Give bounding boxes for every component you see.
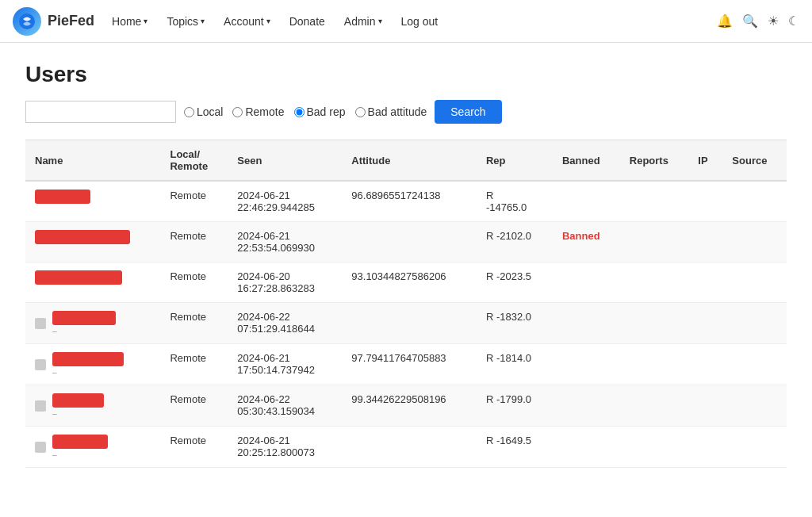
- search-input[interactable]: [25, 101, 176, 123]
- cell-ip: [688, 344, 722, 385]
- nav-icons: 🔔 🔍 ☀ ☾: [717, 13, 799, 29]
- search-icon[interactable]: 🔍: [742, 13, 758, 29]
- cell-rep: R -2102.0: [477, 222, 553, 262]
- cell-ip: [688, 181, 722, 222]
- cell-ip: [688, 222, 722, 262]
- table-row[interactable]: Remote2024-06-20 16:27:28.86328393.10344…: [25, 262, 787, 303]
- cell-local-remote: Remote: [160, 427, 228, 468]
- col-source: Source: [722, 140, 787, 182]
- redacted-name: [35, 190, 90, 204]
- cell-local-remote: Remote: [160, 303, 228, 344]
- nav-topics[interactable]: Topics ▾: [159, 10, 213, 33]
- redacted-name: [35, 270, 122, 285]
- cell-name: [25, 262, 160, 303]
- table-row[interactable]: –Remote2024-06-21 20:25:12.800073R -1649…: [25, 427, 787, 468]
- cell-ip: [688, 427, 722, 468]
- redacted-name: [52, 393, 104, 408]
- cell-attitude: 93.10344827586206: [342, 262, 477, 303]
- cell-name: [25, 181, 160, 222]
- cell-rep: R -14765.0: [477, 181, 553, 222]
- search-bar: Local Remote Bad rep Bad attitude Search: [25, 100, 787, 124]
- cell-name: –: [25, 344, 160, 385]
- brand-icon: [13, 7, 41, 36]
- main-content: Users Local Remote Bad rep Bad attitude …: [0, 43, 812, 487]
- cell-source: [722, 303, 787, 344]
- nav-admin[interactable]: Admin ▾: [336, 10, 390, 33]
- cell-reports: [620, 262, 689, 303]
- filter-radio-group: Local Remote Bad rep Bad attitude: [184, 105, 427, 118]
- cell-seen: 2024-06-21 17:50:14.737942: [228, 344, 342, 385]
- search-button[interactable]: Search: [435, 100, 501, 124]
- cell-seen: 2024-06-21 20:25:12.800073: [228, 427, 342, 468]
- filter-bad-rep[interactable]: Bad rep: [294, 105, 346, 118]
- nav-donate[interactable]: Donate: [282, 10, 333, 33]
- cell-reports: [620, 222, 689, 262]
- cell-name: –: [25, 385, 160, 427]
- table-body: Remote2024-06-21 22:46:29.94428596.68965…: [25, 181, 787, 468]
- chevron-down-icon: ▾: [378, 17, 382, 25]
- col-seen: Seen: [228, 140, 342, 182]
- nav-account[interactable]: Account ▾: [216, 10, 278, 33]
- redacted-name: [52, 435, 108, 449]
- nav-home[interactable]: Home ▾: [104, 10, 155, 33]
- users-table: Name Local/Remote Seen Attitude Rep Bann…: [25, 140, 787, 468]
- table-row[interactable]: –Remote2024-06-22 07:51:29.418644R -1832…: [25, 303, 787, 344]
- user-subdomain: –: [52, 450, 108, 459]
- user-subdomain: –: [52, 409, 104, 418]
- nav-logout[interactable]: Log out: [393, 10, 446, 33]
- brand-name: PieFed: [48, 13, 94, 29]
- cell-reports: [620, 181, 689, 222]
- cell-attitude: 96.6896551724138: [342, 181, 477, 222]
- cell-seen: 2024-06-21 22:53:54.069930: [228, 222, 342, 262]
- cell-source: [722, 344, 787, 385]
- cell-rep: R -1649.5: [477, 427, 553, 468]
- cell-local-remote: Remote: [160, 222, 228, 262]
- cell-source: [722, 222, 787, 262]
- moon-icon[interactable]: ☾: [788, 13, 799, 29]
- svg-point-0: [19, 13, 35, 29]
- cell-rep: R -1814.0: [477, 344, 553, 385]
- cell-local-remote: Remote: [160, 181, 228, 222]
- cell-ip: [688, 385, 722, 427]
- cell-banned: [553, 181, 620, 222]
- cell-attitude: 99.34426229508196: [342, 385, 477, 427]
- col-rep: Rep: [477, 140, 553, 182]
- filter-bad-attitude[interactable]: Bad attitude: [355, 105, 427, 118]
- col-ip: IP: [688, 140, 722, 182]
- cell-name: –: [25, 303, 160, 344]
- avatar: [35, 400, 46, 412]
- nav-links: Home ▾ Topics ▾ Account ▾ Donate Admin ▾…: [104, 10, 717, 33]
- cell-source: [722, 427, 787, 468]
- avatar: [35, 442, 46, 453]
- cell-reports: [620, 385, 689, 427]
- cell-attitude: [342, 427, 477, 468]
- col-reports: Reports: [620, 140, 689, 182]
- cell-banned: [553, 385, 620, 427]
- chevron-down-icon: ▾: [266, 17, 270, 25]
- chevron-down-icon: ▾: [201, 17, 205, 25]
- cell-reports: [620, 344, 689, 385]
- filter-local[interactable]: Local: [184, 105, 223, 118]
- bell-icon[interactable]: 🔔: [717, 13, 733, 29]
- table-row[interactable]: Remote2024-06-21 22:53:54.069930R -2102.…: [25, 222, 787, 262]
- cell-source: [722, 181, 787, 222]
- cell-banned: [553, 262, 620, 303]
- cell-local-remote: Remote: [160, 344, 228, 385]
- redacted-name: [52, 352, 124, 366]
- table-row[interactable]: –Remote2024-06-21 17:50:14.73794297.7941…: [25, 344, 787, 385]
- cell-attitude: 97.79411764705883: [342, 344, 477, 385]
- filter-remote[interactable]: Remote: [232, 105, 284, 118]
- cell-source: [722, 262, 787, 303]
- cell-attitude: [342, 303, 477, 344]
- sun-icon[interactable]: ☀: [768, 13, 779, 29]
- cell-local-remote: Remote: [160, 385, 228, 427]
- user-subdomain: –: [52, 327, 116, 335]
- chevron-down-icon: ▾: [144, 17, 147, 25]
- col-attitude: Attitude: [342, 140, 477, 182]
- cell-name: –: [25, 427, 160, 468]
- navbar: PieFed Home ▾ Topics ▾ Account ▾ Donate …: [0, 0, 812, 43]
- brand-logo[interactable]: PieFed: [13, 7, 94, 36]
- table-row[interactable]: Remote2024-06-21 22:46:29.94428596.68965…: [25, 181, 787, 222]
- table-row[interactable]: –Remote2024-06-22 05:30:43.15903499.3442…: [25, 385, 787, 427]
- col-banned: Banned: [553, 140, 620, 182]
